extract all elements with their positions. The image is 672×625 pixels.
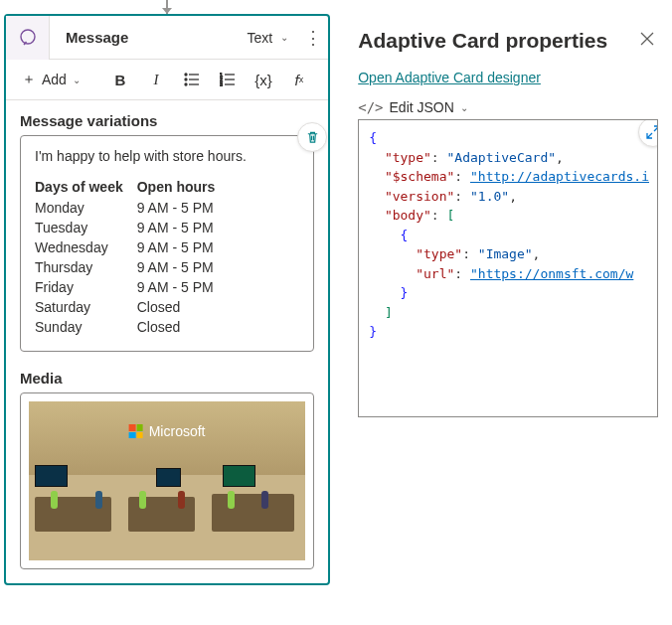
table-row: Tuesday9 AM - 5 PM — [35, 218, 229, 237]
properties-header: Adaptive Card properties — [358, 28, 658, 54]
edit-json-toggle[interactable]: </> Edit JSON ⌄ — [358, 99, 658, 115]
message-card: Message Text ⌄ ⋮ ＋ Add ⌄ B I 123 {x} fx — [4, 14, 330, 585]
col-days: Days of week — [35, 176, 137, 198]
properties-title: Adaptive Card properties — [358, 29, 607, 53]
chevron-down-icon: ⌄ — [73, 75, 81, 85]
number-list-button[interactable]: 123 — [212, 66, 244, 93]
variable-button[interactable]: {x} — [248, 66, 279, 93]
add-label: Add — [42, 72, 67, 87]
media-title: Media — [20, 370, 314, 387]
table-row: Friday9 AM - 5 PM — [35, 277, 229, 297]
svg-point-5 — [185, 83, 187, 85]
svg-point-3 — [185, 78, 187, 80]
svg-text:3: 3 — [220, 81, 223, 86]
edit-json-label: Edit JSON — [390, 99, 454, 115]
table-row: Monday9 AM - 5 PM — [35, 198, 229, 218]
bullet-list-button[interactable] — [176, 66, 208, 93]
add-button[interactable]: ＋ Add ⌄ — [14, 67, 88, 92]
flow-connector-top — [166, 0, 168, 14]
svg-point-0 — [21, 30, 35, 44]
variation-intro: I'm happy to help with store hours. — [35, 148, 299, 164]
open-designer-link[interactable]: Open Adaptive Card designer — [358, 70, 541, 85]
card-title: Message — [50, 29, 238, 46]
message-icon — [6, 16, 50, 60]
hours-table: Days of week Open hours Monday9 AM - 5 P… — [35, 176, 229, 337]
svg-point-1 — [185, 74, 187, 76]
table-row: Wednesday9 AM - 5 PM — [35, 237, 229, 257]
editor-toolbar: ＋ Add ⌄ B I 123 {x} fx — [6, 60, 328, 100]
json-editor[interactable]: { "type": "AdaptiveCard", "$schema": "ht… — [358, 119, 658, 417]
media-section: Media Microsoft — [20, 370, 314, 569]
col-hours: Open hours — [137, 176, 230, 198]
type-selector[interactable]: Text ⌄ — [238, 26, 299, 50]
overflow-menu-button[interactable]: ⋮ — [298, 27, 328, 49]
media-box[interactable]: Microsoft — [20, 392, 314, 569]
italic-button[interactable]: I — [140, 66, 172, 93]
microsoft-logo: Microsoft — [129, 423, 206, 439]
message-node-panel: Message Text ⌄ ⋮ ＋ Add ⌄ B I 123 {x} fx — [0, 0, 334, 625]
table-row: SaturdayClosed — [35, 297, 229, 317]
card-body: Message variations I'm happy to help wit… — [6, 100, 328, 583]
message-variation-box[interactable]: I'm happy to help with store hours. Days… — [20, 135, 314, 352]
delete-variation-button[interactable] — [297, 122, 327, 152]
store-image: Microsoft — [29, 401, 305, 560]
chevron-down-icon: ⌄ — [460, 102, 468, 113]
close-button[interactable] — [636, 28, 658, 54]
code-icon: </> — [358, 99, 383, 115]
card-header: Message Text ⌄ ⋮ — [6, 16, 328, 60]
expand-button[interactable] — [638, 119, 658, 147]
plus-icon: ＋ — [22, 71, 36, 88]
bold-button[interactable]: B — [104, 66, 136, 93]
variations-title: Message variations — [20, 112, 314, 129]
chevron-down-icon: ⌄ — [280, 32, 288, 43]
table-row: SundayClosed — [35, 317, 229, 337]
properties-panel: Adaptive Card properties Open Adaptive C… — [334, 0, 672, 625]
formula-button[interactable]: fx — [283, 66, 315, 93]
table-header-row: Days of week Open hours — [35, 176, 229, 198]
table-row: Thursday9 AM - 5 PM — [35, 257, 229, 277]
type-label: Text — [248, 30, 273, 46]
